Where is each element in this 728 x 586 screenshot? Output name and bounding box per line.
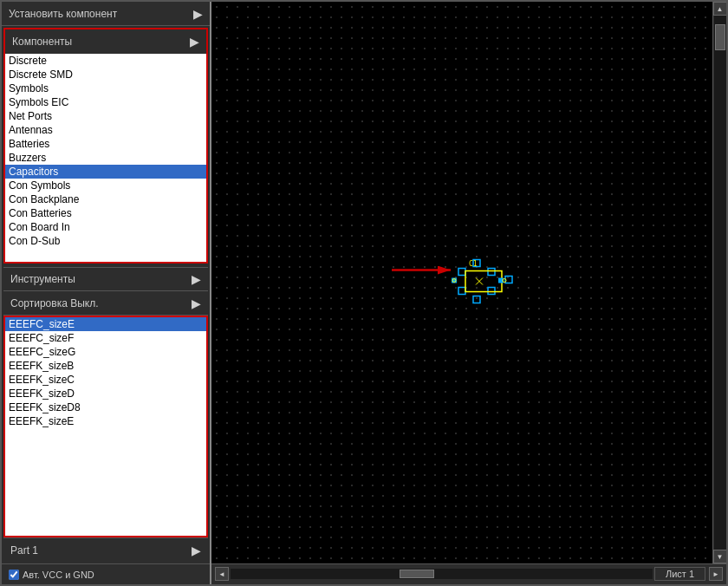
install-header-title: Установить компонент — [9, 8, 117, 20]
sort-header[interactable]: Сортировка Выкл. ▶ — [3, 291, 208, 316]
scroll-down-button[interactable]: ▼ — [713, 550, 727, 563]
scroll-left-button[interactable]: ◄ — [215, 567, 229, 581]
component-list-item-con-board-in[interactable]: Con Board In — [5, 220, 206, 234]
svg-rect-4 — [488, 269, 495, 276]
component-list-item-batteries[interactable]: Batteries — [5, 137, 206, 151]
part-list-item-eeefc-sizef[interactable]: EEEFC_sizeF — [5, 331, 206, 345]
auto-vcc-gnd-checkbox[interactable] — [9, 570, 19, 580]
components-header[interactable]: Компоненты ▶ — [5, 29, 206, 54]
component-list-item-symbols[interactable]: Symbols — [5, 81, 206, 95]
part-list-item-eeefk-sizeb[interactable]: EEEFK_sizeB — [5, 359, 206, 373]
scroll-track-v[interactable] — [714, 16, 726, 550]
scroll-up-button[interactable]: ▲ — [713, 2, 727, 16]
tools-header[interactable]: Инструменты ▶ — [3, 267, 208, 291]
components-section: Компоненты ▶ DiscreteDiscrete SMDSymbols… — [3, 28, 208, 264]
left-bottom-bar: Авт. VCC и GND — [2, 563, 211, 584]
horizontal-scroll-area: ◄ Лист 1 ► — [211, 563, 726, 584]
component-list-container: DiscreteDiscrete SMDSymbolsSymbols EICNe… — [5, 54, 206, 262]
part-list-item-eeefk-sizee[interactable]: EEEFK_sizeE — [5, 414, 206, 428]
part-header-title: Part 1 — [10, 544, 38, 557]
components-header-arrow: ▶ — [190, 35, 199, 49]
part-list-item-eeefc-sizee[interactable]: EEEFC_sizeE — [5, 317, 206, 331]
scroll-right-button[interactable]: ► — [709, 567, 723, 581]
component-list-item-antennas[interactable]: Antennas — [5, 123, 206, 137]
svg-rect-3 — [458, 288, 465, 295]
install-header-arrow: ▶ — [193, 7, 203, 21]
svg-text:C1: C1 — [469, 260, 478, 268]
component-list-item-buzzers[interactable]: Buzzers — [5, 151, 206, 165]
parts-list[interactable]: EEEFC_sizeEEEEFC_sizeFEEEFC_sizeGEEEFK_s… — [5, 317, 206, 536]
right-bottom-bar: ◄ Лист 1 ► — [211, 563, 726, 584]
parts-list-container: EEEFC_sizeEEEEFC_sizeFEEEFC_sizeGEEEFK_s… — [3, 316, 208, 537]
sheet-tab[interactable]: Лист 1 — [654, 567, 705, 581]
component-list-item-net-ports[interactable]: Net Ports — [5, 109, 206, 123]
component-list-item-capacitors[interactable]: Capacitors — [5, 165, 206, 179]
svg-rect-2 — [458, 269, 465, 276]
component-list-item-discrete-smd[interactable]: Discrete SMD — [5, 68, 206, 81]
part-header-arrow: ▶ — [192, 544, 201, 557]
components-header-title: Компоненты — [12, 36, 72, 48]
tools-header-arrow: ▶ — [192, 272, 201, 286]
scroll-track-h[interactable] — [231, 569, 653, 579]
part-list-item-eeefk-sizec[interactable]: EEEFK_sizeC — [5, 373, 206, 387]
main-area: Установить компонент ▶ Компоненты ▶ Disc… — [2, 2, 726, 563]
part-list-item-eeefk-sized8[interactable]: EEEFK_sizeD8 — [5, 400, 206, 414]
bottom-status-bar: Авт. VCC и GND — [2, 563, 210, 584]
tools-header-title: Инструменты — [10, 273, 75, 285]
main-window: Установить компонент ▶ Компоненты ▶ Disc… — [0, 0, 728, 586]
scroll-thumb-h[interactable] — [400, 570, 434, 578]
auto-vcc-gnd-label: Авт. VCC и GND — [23, 570, 94, 580]
component-list-item-con-symbols[interactable]: Con Symbols — [5, 179, 206, 192]
component-list-item-con-d-sub[interactable]: Con D-Sub — [5, 234, 206, 248]
component-list[interactable]: DiscreteDiscrete SMDSymbolsSymbols EICNe… — [5, 54, 206, 262]
part-header[interactable]: Part 1 ▶ — [3, 537, 208, 562]
canvas-scrollbar-v: ▲ ▼ — [712, 2, 726, 563]
scroll-thumb-v[interactable] — [715, 24, 725, 50]
component-list-item-symbols-eic[interactable]: Symbols EIC — [5, 95, 206, 109]
part-list-item-eeefc-sizeg[interactable]: EEEFC_sizeG — [5, 345, 206, 359]
whole-bottom: Авт. VCC и GND ◄ Лист 1 ► — [2, 563, 726, 584]
svg-rect-9 — [465, 271, 502, 292]
canvas-bottom-bar: ◄ Лист 1 ► — [211, 563, 726, 584]
component-symbol: C1 — [443, 247, 547, 319]
sort-header-title: Сортировка Выкл. — [10, 297, 99, 309]
component-list-item-discrete[interactable]: Discrete — [5, 54, 206, 68]
canvas-area[interactable]: ▲ ▼ — [211, 2, 726, 563]
part-list-item-eeefk-sized[interactable]: EEEFK_sizeD — [5, 387, 206, 400]
component-list-item-con-batteries[interactable]: Con Batteries — [5, 206, 206, 220]
sort-header-arrow: ▶ — [192, 296, 201, 310]
component-list-item-con-backplane[interactable]: Con Backplane — [5, 192, 206, 206]
install-component-header[interactable]: Установить компонент ▶ — [2, 2, 210, 26]
left-panel: Установить компонент ▶ Компоненты ▶ Disc… — [2, 2, 211, 563]
svg-rect-5 — [488, 288, 495, 295]
svg-rect-7 — [473, 296, 480, 303]
